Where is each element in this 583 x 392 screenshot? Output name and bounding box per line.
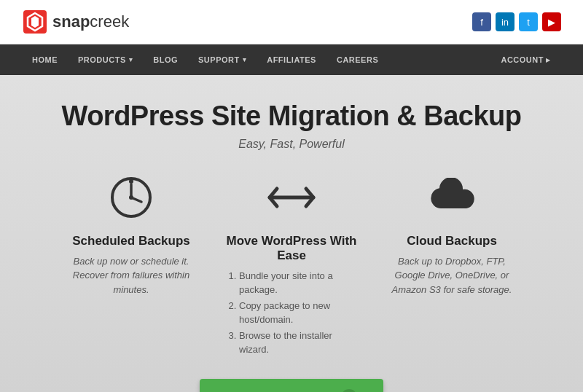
logo-text: snapcreek xyxy=(52,12,129,31)
nav-account[interactable]: ACCOUNT ▸ xyxy=(490,44,561,75)
clock-icon xyxy=(106,173,157,224)
feature-desc-cloud: Back up to Dropbox, FTP, Google Drive, O… xyxy=(386,254,517,297)
arrows-icon xyxy=(266,173,317,224)
features-row: Scheduled Backups Back up now or schedul… xyxy=(15,173,568,358)
cta-container: Get Duplicator Pro ❯ xyxy=(15,379,568,392)
feature-list-item: Copy package to new host/domain. xyxy=(239,299,357,327)
logo[interactable]: snapcreek xyxy=(22,9,129,35)
navigation: HOME PRODUCTS▾ BLOG SUPPORT▾ AFFILIATES … xyxy=(0,44,583,75)
hero-subtitle: Easy, Fast, Powerful xyxy=(15,138,568,151)
twitter-icon[interactable]: t xyxy=(519,12,538,31)
facebook-icon[interactable]: f xyxy=(472,12,491,31)
header: snapcreek f in t ▶ xyxy=(0,0,583,44)
feature-move-wordpress: Move WordPress With Ease Bundle your sit… xyxy=(211,173,372,358)
nav-items: HOME PRODUCTS▾ BLOG SUPPORT▾ AFFILIATES … xyxy=(22,44,490,75)
cta-arrow-icon: ❯ xyxy=(341,389,357,392)
svg-line-4 xyxy=(131,197,141,202)
feature-title-backups: Scheduled Backups xyxy=(66,234,197,248)
feature-desc-backups: Back up now or schedule it. Recover from… xyxy=(66,254,197,297)
social-icons: f in t ▶ xyxy=(472,12,561,31)
get-duplicator-button[interactable]: Get Duplicator Pro ❯ xyxy=(200,379,383,392)
feature-list-item: Browse to the installer wizard. xyxy=(239,329,357,357)
nav-careers[interactable]: CAREERS xyxy=(326,44,388,75)
feature-list-item: Bundle your site into a package. xyxy=(239,269,357,297)
linkedin-icon[interactable]: in xyxy=(496,12,514,31)
feature-scheduled-backups: Scheduled Backups Back up now or schedul… xyxy=(51,173,211,358)
logo-icon xyxy=(22,9,48,35)
cloud-icon xyxy=(426,173,477,224)
hero-section: WordPress Site Migration & Backup Easy, … xyxy=(0,75,583,392)
feature-title-cloud: Cloud Backups xyxy=(386,234,517,248)
youtube-icon[interactable]: ▶ xyxy=(542,12,561,31)
nav-blog[interactable]: BLOG xyxy=(143,44,188,75)
nav-support[interactable]: SUPPORT▾ xyxy=(188,44,257,75)
feature-cloud-backups: Cloud Backups Back up to Dropbox, FTP, G… xyxy=(372,173,532,358)
nav-products[interactable]: PRODUCTS▾ xyxy=(68,44,143,75)
hero-title: WordPress Site Migration & Backup xyxy=(15,101,568,132)
nav-home[interactable]: HOME xyxy=(22,44,68,75)
nav-affiliates[interactable]: AFFILIATES xyxy=(257,44,326,75)
feature-title-move: Move WordPress With Ease xyxy=(226,234,357,263)
feature-list-move: Bundle your site into a package. Copy pa… xyxy=(226,269,357,357)
svg-point-5 xyxy=(129,179,133,184)
